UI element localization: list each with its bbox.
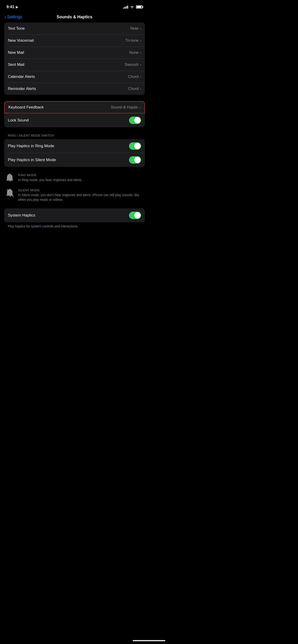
keyboard-feedback-label: Keyboard Feedback	[8, 105, 44, 110]
keyboard-feedback-row[interactable]: Keyboard Feedback Sound & Haptic ›	[4, 101, 145, 113]
reminder-alerts-text: Chord	[128, 86, 139, 91]
system-haptics-desc: Play haptics for system controls and int…	[4, 222, 145, 229]
silent-mode-desc: In Silent mode, you don't hear ringtones…	[18, 193, 143, 202]
text-tone-text: Note	[130, 26, 139, 31]
calendar-alerts-value: Chord ›	[128, 74, 141, 79]
reminder-alerts-value: Chord ›	[128, 86, 141, 91]
system-haptics-card: System Haptics	[4, 208, 145, 222]
haptics-ring-row[interactable]: Play Haptics in Ring Mode	[4, 139, 145, 153]
new-voicemail-value: Tri-tone ›	[125, 38, 141, 43]
back-button[interactable]: ‹ Settings	[5, 14, 22, 20]
new-voicemail-label: New Voicemail	[8, 38, 34, 43]
bell-icon	[6, 174, 15, 184]
chevron-right-icon: ›	[140, 39, 141, 42]
battery-fill	[137, 6, 141, 8]
new-mail-label: New Mail	[8, 50, 24, 55]
wifi-icon	[130, 5, 134, 8]
ring-silent-section: RING / SILENT MODE SWITCH Play Haptics i…	[4, 134, 145, 167]
toggle-knob	[134, 212, 141, 218]
nav-bar: ‹ Settings Sounds & Haptics	[0, 12, 149, 22]
ring-silent-card: Play Haptics in Ring Mode Play Haptics i…	[4, 139, 145, 167]
status-icons	[123, 5, 143, 8]
new-voicemail-row[interactable]: New Voicemail Tri-tone ›	[4, 34, 145, 46]
silent-mode-text: SILENT MODE In Silent mode, you don't he…	[18, 188, 143, 202]
location-icon: ▶	[16, 5, 18, 9]
ring-mode-title: RING MODE	[18, 174, 143, 177]
toggle-knob	[134, 117, 141, 124]
silent-mode-title: SILENT MODE	[18, 188, 143, 192]
calendar-alerts-text: Chord	[128, 74, 139, 79]
sounds-section: Text Tone Note › New Voicemail Tri-tone …	[4, 22, 145, 95]
calendar-alerts-row[interactable]: Calendar Alerts Chord ›	[4, 71, 145, 83]
new-mail-value: None ›	[129, 50, 141, 55]
reminder-alerts-label: Reminder Alerts	[8, 86, 36, 91]
haptics-ring-label: Play Haptics in Ring Mode	[8, 144, 54, 148]
keyboard-feedback-value: Sound & Haptic ›	[111, 105, 141, 110]
chevron-right-icon: ›	[140, 63, 141, 66]
silent-mode-info: SILENT MODE In Silent mode, you don't he…	[6, 188, 143, 202]
keyboard-feedback-text: Sound & Haptic	[111, 105, 138, 110]
sent-mail-label: Sent Mail	[8, 62, 24, 67]
chevron-right-icon: ›	[140, 51, 141, 54]
chevron-right-icon: ›	[140, 27, 141, 30]
text-tone-value: Note ›	[130, 26, 141, 31]
haptics-ring-toggle[interactable]	[129, 142, 141, 150]
sent-mail-row[interactable]: Sent Mail Swoosh ›	[4, 59, 145, 71]
sounds-card: Text Tone Note › New Voicemail Tri-tone …	[4, 22, 145, 95]
toggle-knob	[134, 143, 141, 149]
ring-silent-label: RING / SILENT MODE SWITCH	[4, 134, 145, 139]
system-haptics-toggle[interactable]	[129, 212, 141, 219]
status-time: 9:41 ▶	[7, 5, 18, 9]
system-haptics-label: System Haptics	[8, 213, 35, 218]
ring-mode-info: RING MODE In Ring mode, you hear rington…	[6, 174, 143, 184]
ring-mode-text: RING MODE In Ring mode, you hear rington…	[18, 174, 143, 182]
reminder-alerts-row[interactable]: Reminder Alerts Chord ›	[4, 83, 145, 95]
bell-slash-icon	[6, 189, 15, 199]
chevron-right-icon: ›	[140, 75, 141, 78]
chevron-right-icon: ›	[140, 87, 141, 91]
mode-info-section: RING MODE In Ring mode, you hear rington…	[4, 174, 145, 202]
status-bar: 9:41 ▶	[0, 0, 149, 12]
haptics-silent-label: Play Haptics in Silent Mode	[8, 158, 56, 162]
lock-sound-label: Lock Sound	[8, 118, 29, 123]
time-display: 9:41	[7, 5, 15, 9]
lock-sound-row[interactable]: Lock Sound	[4, 113, 145, 127]
signal-bars	[123, 5, 128, 8]
back-label: Settings	[7, 14, 22, 20]
haptics-silent-row[interactable]: Play Haptics in Silent Mode	[4, 153, 145, 167]
sent-mail-value: Swoosh ›	[125, 62, 141, 67]
sent-mail-text: Swoosh	[125, 62, 139, 67]
page-title: Sounds & Haptics	[57, 14, 92, 20]
signal-bar-1	[123, 8, 124, 8]
system-haptics-row[interactable]: System Haptics	[4, 208, 145, 222]
signal-bar-2	[124, 7, 125, 8]
chevron-right-icon: ›	[139, 106, 141, 109]
battery-icon	[136, 5, 143, 8]
toggle-knob	[134, 157, 141, 163]
system-haptics-section: System Haptics Play haptics for system c…	[4, 208, 145, 229]
new-voicemail-text: Tri-tone	[125, 38, 139, 43]
chevron-left-icon: ‹	[5, 14, 6, 20]
text-tone-label: Text Tone	[8, 26, 25, 31]
feedback-section: Keyboard Feedback Sound & Haptic › Lock …	[4, 101, 145, 127]
svg-point-0	[10, 174, 11, 175]
ring-mode-desc: In Ring mode, you hear ringtones and ale…	[18, 178, 143, 182]
new-mail-row[interactable]: New Mail None ›	[4, 46, 145, 59]
calendar-alerts-label: Calendar Alerts	[8, 74, 35, 79]
text-tone-row[interactable]: Text Tone Note ›	[4, 22, 145, 34]
new-mail-text: None	[129, 50, 139, 55]
feedback-card: Keyboard Feedback Sound & Haptic › Lock …	[4, 101, 145, 127]
svg-point-1	[10, 189, 11, 190]
signal-bar-3	[126, 6, 127, 8]
haptics-silent-toggle[interactable]	[129, 156, 141, 164]
lock-sound-toggle[interactable]	[129, 116, 141, 124]
signal-bar-4	[127, 6, 128, 8]
